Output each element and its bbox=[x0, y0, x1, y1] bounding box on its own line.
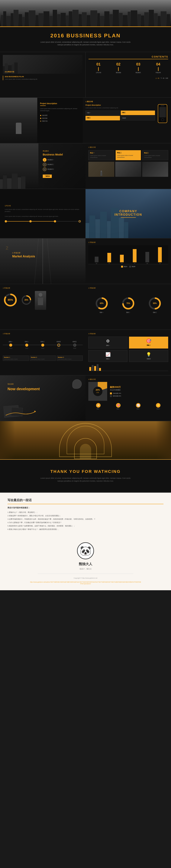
donut-chart-85: 85% bbox=[3, 292, 18, 308]
svg-marker-15 bbox=[34, 411, 36, 411]
slide-row-3: 商业模式 Business Model 1 商业模式一 2 商业模式二 3 商业… bbox=[0, 144, 171, 189]
contents-item-3: 03 商业模式 bbox=[136, 62, 141, 73]
slide1-text: Lorem ipsum dolor sit amet, consectetuer… bbox=[5, 78, 82, 80]
slide-row-6: 2.市场分析 85% 25% bbox=[0, 284, 171, 330]
brand-subtitle: 聪设计，懂生活 bbox=[80, 568, 92, 570]
brand-url: http://www.pptstore.net/author/%E7%88%B1… bbox=[29, 581, 142, 585]
now-dev-slide: 现在发展 Now development bbox=[0, 375, 86, 421]
slide-row-2: 1.项目介绍 Project description Lorem ipsum d… bbox=[0, 98, 171, 143]
svg-text:85%: 85% bbox=[8, 298, 13, 301]
writing-items: 1.要做什么？（项目介绍、商业模式）； 2.谁做这事？未来想做多大，团队介绍(公… bbox=[7, 510, 164, 531]
proj-desc-label: Project description bbox=[40, 102, 80, 104]
slide-2-contents: CONTENTS 01 公司介绍 02 项目描述 03 商业模式 04 bbox=[86, 52, 171, 97]
market-label: 2.市场分析 bbox=[12, 252, 78, 254]
icons-grid-slide: 3.市场分析 ⚙ 策略一 🎯 策略二 📈 策略三 💡 策略四 bbox=[86, 330, 171, 375]
slide1-label: 2016商业计划 bbox=[5, 71, 14, 73]
main-body-text: Lorem ipsum dolor sit amet, consectetuer… bbox=[38, 41, 133, 46]
brand-copyright: Copyright © http://www.pptstore.net bbox=[74, 577, 97, 579]
svg-text:20%: 20% bbox=[96, 389, 100, 391]
svg-text:25%: 25% bbox=[25, 299, 28, 301]
pie-chart-slide: 3.项目介绍 20% 占比 融资2000万 出让20%的股份 bbox=[86, 375, 171, 421]
dev-curve bbox=[4, 411, 38, 416]
slide-row-8: 现在发展 Now development 3.项目介绍 20% bbox=[0, 375, 171, 421]
contents-item-2: 02 项目描述 bbox=[116, 62, 121, 73]
writing-title: 写在最后的一段话 bbox=[7, 498, 164, 504]
contents-item-1: 01 公司介绍 bbox=[96, 62, 101, 73]
slide1-title: 2016 BUSSINESS PLAN bbox=[5, 76, 82, 78]
main-title: 2016 BUSSINESS PLAN bbox=[11, 33, 160, 39]
percent-slide: 2.市场分析 85% 25% bbox=[0, 284, 86, 330]
contents-title: CONTENTS bbox=[152, 55, 168, 58]
bar-chart-slide: 2.市场分析 Q1 Q2 Q3 Q4 Q5 bbox=[86, 239, 171, 284]
slide-row-5: 2 2.市场分析 Market Analysis 2.市场分析 Q1 Q2 Q3 bbox=[0, 239, 171, 284]
business-model-title: Business Model bbox=[43, 153, 79, 156]
timeline-slide: 2.市场分析 阶段一 2014 阶段二 2015 阶段三 2016 bbox=[0, 330, 86, 375]
svg-text:占比: 占比 bbox=[96, 392, 99, 393]
svg-text:60%: 60% bbox=[100, 302, 104, 304]
company-intro-title: COMPANY INTRODUCTION bbox=[107, 210, 150, 216]
header-section: Copyright © http://www.pptstore.net bbox=[0, 0, 171, 26]
market-analysis-slide: 2 2.市场分析 Market Analysis bbox=[0, 239, 86, 284]
thankyou-title: THANK YOU FOR WATHCING bbox=[11, 469, 160, 474]
thankyou-section: THANK YOU FOR WATHCING Lorem ipsum dolor… bbox=[0, 459, 171, 492]
brand-name: 熊独大人 bbox=[79, 562, 92, 566]
slide-row-1: 2016商业计划 2016 BUSSINESS PLAN Lorem ipsum… bbox=[0, 52, 171, 97]
svg-text:50%: 50% bbox=[153, 302, 157, 304]
project-desc-slide: 1.项目介绍 Project description Lorem ipsum d… bbox=[83, 98, 171, 143]
title-slide: 2016 BUSSINESS PLAN Lorem ipsum dolor si… bbox=[0, 26, 171, 52]
donut-charts-slide: 2.市场分析 60% 指标一 75% 指标二 bbox=[86, 284, 171, 330]
section-1-slide: 1.项目介绍 Project description Lorem ipsum d… bbox=[0, 98, 83, 143]
writing-subtitle: 商业计划书基本框架建议： bbox=[7, 506, 164, 509]
contents-item-4: 04 市场分析 bbox=[156, 62, 161, 73]
info-cards-slide: 1.项目介绍 特点一 Lorem ipsum dolor sit amet co… bbox=[86, 144, 171, 189]
branding-section: 🐼 熊独大人 聪设计，懂生活 Copyright © http://www.pp… bbox=[0, 537, 171, 590]
writing-section: 写在最后的一段话 商业计划书基本框架建议： 1.要做什么？（项目介绍、商业模式）… bbox=[0, 493, 171, 537]
slide-1-panel: 2016商业计划 2016 BUSSINESS PLAN Lorem ipsum… bbox=[0, 52, 86, 97]
svg-text:75%: 75% bbox=[126, 302, 130, 304]
now-dev-title: Now development bbox=[7, 386, 78, 391]
panda-logo: 🐼 bbox=[77, 542, 94, 559]
svg-point-18 bbox=[93, 386, 102, 396]
company-intro-row: 公司介绍 Lorem ipsum dolor sit amet, consect… bbox=[0, 189, 171, 238]
donut-chart-25: 25% bbox=[21, 294, 32, 306]
business-model-slide: 商业模式 Business Model 1 商业模式一 2 商业模式二 3 商业… bbox=[0, 144, 86, 189]
arch-image-section bbox=[0, 421, 171, 459]
pie-chart: 20% 占比 bbox=[88, 382, 107, 401]
thankyou-text: Lorem ipsum dolor sit amet, consectetuer… bbox=[38, 477, 133, 483]
market-title: Market Analysis bbox=[12, 255, 78, 258]
slide-row-7: 2.市场分析 阶段一 2014 阶段二 2015 阶段三 2016 bbox=[0, 330, 171, 375]
